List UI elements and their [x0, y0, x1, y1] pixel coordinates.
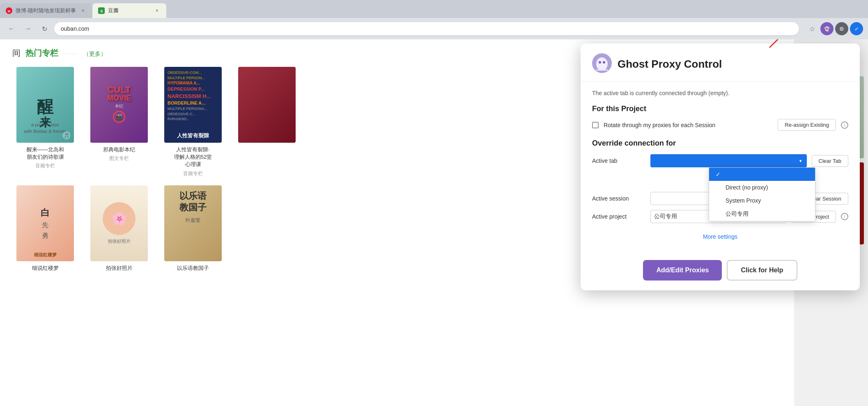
book-cover-6: 🌸 拍张好照片	[90, 185, 148, 261]
rotate-row: Rotate through my proxies for each Sessi…	[592, 119, 848, 131]
tab-weibo-label: 微博-随时随地发现新鲜事	[16, 7, 76, 14]
more-settings-link[interactable]: More settings	[703, 233, 737, 240]
book-title-6: 拍张好照片	[106, 265, 133, 272]
popup-body: The active tab is currently connected th…	[581, 82, 860, 253]
book-cover-4	[238, 67, 296, 143]
dropdown-item-system-label: System Proxy	[726, 197, 761, 204]
book-item-1[interactable]: a poetry class with Beidao & friends 醒 来…	[12, 67, 78, 177]
book-subtitle-1: 音频专栏	[35, 162, 55, 169]
book-item-6[interactable]: 🌸 拍张好照片 拍张好照片	[86, 185, 152, 272]
toolbar-icons: ☆ 👻 ⚙ ✓	[806, 22, 863, 35]
book-cover-7: 以乐语教国子 叶嘉莹	[164, 185, 222, 261]
dropdown-item-empty[interactable]: ✓	[709, 168, 815, 181]
active-session-label: Active session	[592, 195, 645, 202]
rotate-checkbox[interactable]	[592, 122, 599, 128]
address-bar: ← → ↻ ouban.com ☆ 👻 ⚙	[0, 18, 868, 39]
book-title-1: 醒来——北岛和朋友们的诗歌课	[27, 146, 64, 161]
check-mark: ✓	[716, 171, 721, 178]
popup-header: Ghost Proxy Control	[581, 43, 860, 82]
dropdown-item-system[interactable]: System Proxy	[709, 194, 815, 207]
book-cover-3: OBSESSIVE-COM... MULTIPLE PERSON... HYPO…	[164, 67, 222, 143]
tab-douban[interactable]: 豆 豆瓣 ×	[92, 3, 166, 18]
new-tab-placeholder	[170, 3, 202, 15]
check-icon[interactable]: ✓	[850, 22, 863, 35]
active-project-label: Active project	[592, 213, 645, 220]
book-cover-5: 白 先 勇 细说红楼梦	[16, 185, 74, 261]
svg-text:👻: 👻	[824, 26, 830, 32]
popup-title: Ghost Proxy Control	[618, 58, 722, 71]
address-text: ouban.com	[61, 25, 89, 32]
active-tab-select-wrapper: ▼ ✓ Direct	[650, 154, 807, 167]
tab-weibo-close[interactable]: ×	[79, 7, 87, 14]
book-subtitle-2: 图文专栏	[109, 155, 129, 162]
book-title-3: 人性皆有裂隙·理解人格的52堂心理课	[174, 146, 212, 169]
book-item-7[interactable]: 以乐语教国子 叶嘉莹 以乐语教国子	[160, 185, 226, 272]
book-item-3[interactable]: OBSESSIVE-COM... MULTIPLE PERSON... HYPO…	[160, 67, 226, 177]
douban-page: 间 热门专栏 ····· （更多） a poetry class with Be…	[0, 39, 337, 406]
reassign-existing-button[interactable]: Re-assign Existing	[778, 119, 836, 131]
svg-text:豆: 豆	[100, 10, 103, 13]
svg-text:✓: ✓	[854, 26, 859, 32]
active-tab-dropdown-arrow: ▼	[799, 159, 803, 163]
hot-dots: ·····	[63, 50, 78, 57]
project-section-title: For this Project	[592, 105, 848, 113]
svg-point-12	[596, 57, 608, 71]
project-info-icon[interactable]: i	[841, 121, 848, 129]
tab-douban-close[interactable]: ×	[153, 7, 161, 14]
bookmark-icon[interactable]: ☆	[806, 22, 819, 35]
rotate-label: Rotate through my proxies for each Sessi…	[604, 122, 715, 128]
dropdown-item-direct[interactable]: Direct (no proxy)	[709, 181, 815, 194]
hot-title: 热门专栏	[25, 48, 58, 59]
active-tab-dropdown: ✓ Direct (no proxy) S	[709, 167, 815, 221]
book-row-1: a poetry class with Beidao & friends 醒 来…	[12, 67, 324, 177]
svg-text:W: W	[8, 10, 11, 13]
svg-point-13	[599, 61, 601, 64]
ghost-proxy-popup: Ghost Proxy Control The active tab is cu…	[581, 43, 860, 290]
book-row-2: 白 先 勇 细说红楼梦 细说红楼梦 🌸	[12, 185, 324, 272]
douban-favicon: 豆	[98, 7, 105, 14]
page-content: 间 热门专栏 ····· （更多） a poetry class with Be…	[0, 39, 868, 406]
tab-bar: W 微博-随时随地发现新鲜事 × 豆 豆瓣 ×	[0, 0, 868, 18]
book-item-4[interactable]	[234, 67, 300, 177]
clear-tab-button[interactable]: Clear Tab	[812, 155, 848, 167]
tab-weibo[interactable]: W 微博-随时随地发现新鲜事 ×	[0, 3, 92, 18]
tab-douban-label: 豆瓣	[108, 7, 150, 14]
active-tab-row: Active tab ▼ ✓	[592, 154, 848, 167]
ghost-proxy-logo	[592, 53, 612, 75]
dropdown-item-company-label: 公司专用	[726, 210, 749, 218]
svg-point-14	[603, 61, 605, 64]
weibo-favicon: W	[6, 7, 12, 14]
dropdown-item-company[interactable]: 公司专用	[709, 207, 815, 221]
override-title: Override connection for	[592, 139, 848, 148]
extensions-icon[interactable]: ⚙	[835, 22, 848, 35]
add-edit-proxies-button[interactable]: Add/Edit Proxies	[643, 260, 722, 281]
book-subtitle-3: 音频专栏	[183, 170, 203, 177]
book-item-2[interactable]: CULT MOVIE 本纪 🎬 邪典电影本纪 图文专栏	[86, 67, 152, 177]
book-item-5[interactable]: 白 先 勇 细说红楼梦 细说红楼梦	[12, 185, 78, 272]
active-tab-select[interactable]: ▼	[650, 154, 807, 167]
back-button[interactable]: ←	[5, 22, 18, 35]
click-for-help-button[interactable]: Click for Help	[727, 260, 797, 281]
more-settings: More settings	[592, 228, 848, 245]
override-section: Override connection for Active tab ▼	[592, 139, 848, 223]
book-cover-1: a poetry class with Beidao & friends 醒 来…	[16, 67, 74, 143]
book-title-7: 以乐语教国子	[177, 265, 209, 272]
browser-frame: W 微博-随时随地发现新鲜事 × 豆 豆瓣 × ← → ↻ ouban.com	[0, 0, 868, 406]
book-title-5: 细说红楼梦	[32, 265, 59, 272]
address-input[interactable]: ouban.com	[54, 22, 799, 35]
active-tab-label: Active tab	[592, 157, 645, 164]
book-cover-2: CULT MOVIE 本纪 🎬	[90, 67, 148, 143]
page-section-label: 间	[12, 48, 21, 59]
project-row-info-icon[interactable]: i	[841, 213, 848, 220]
forward-button[interactable]: →	[21, 22, 34, 35]
reload-button[interactable]: ↻	[38, 22, 51, 35]
connection-status: The active tab is currently connected th…	[592, 90, 848, 96]
hot-more: （更多）	[83, 50, 106, 58]
dropdown-item-direct-label: Direct (no proxy)	[726, 184, 768, 191]
svg-text:⚙: ⚙	[839, 26, 844, 32]
book-title-2: 邪典电影本纪	[103, 146, 135, 153]
popup-footer: Add/Edit Proxies Click for Help	[581, 253, 860, 290]
ghost-proxy-icon[interactable]: 👻	[820, 22, 834, 35]
